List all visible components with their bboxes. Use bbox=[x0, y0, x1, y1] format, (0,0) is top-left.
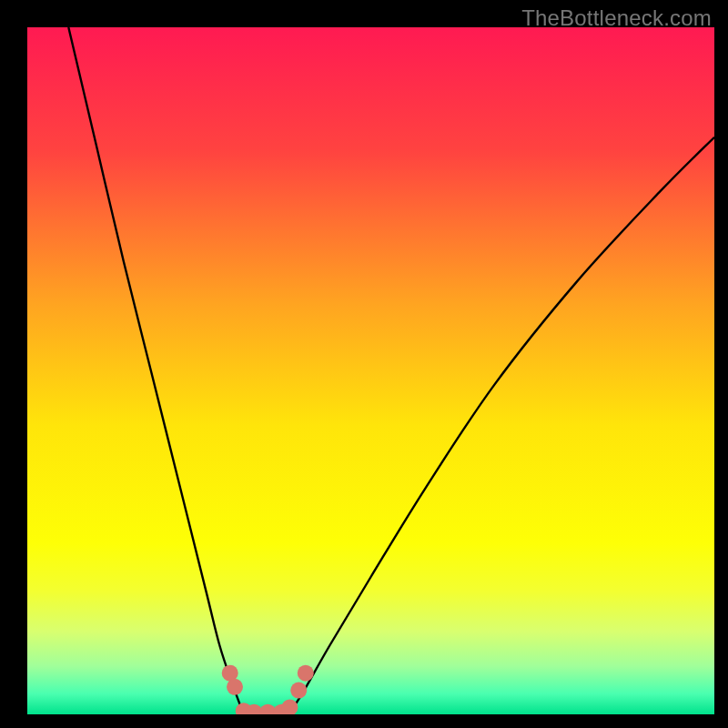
right-branch-curve bbox=[288, 137, 714, 714]
valley-marker bbox=[298, 665, 314, 682]
left-branch-curve bbox=[68, 27, 244, 714]
valley-marker bbox=[281, 699, 298, 714]
valley-marker bbox=[290, 682, 307, 699]
valley-markers-group bbox=[222, 665, 314, 714]
watermark-text: TheBottleneck.com bbox=[521, 5, 712, 31]
valley-marker bbox=[227, 679, 243, 695]
plot-area bbox=[27, 27, 714, 714]
curve-layer bbox=[27, 27, 714, 714]
